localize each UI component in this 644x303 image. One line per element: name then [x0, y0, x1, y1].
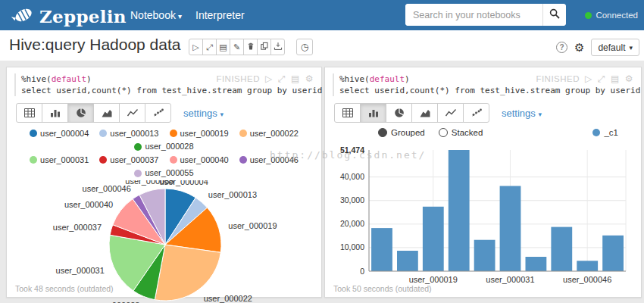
- legend-item[interactable]: user_000055: [134, 167, 193, 180]
- clear-output-button[interactable]: ✎: [230, 39, 244, 55]
- chart-type-button-bar[interactable]: [360, 103, 386, 123]
- run-all-button[interactable]: ▷: [189, 39, 203, 55]
- chart-type-button-area[interactable]: [411, 103, 438, 123]
- code-query-line: select userid,count(*) from test_hive.st…: [339, 85, 633, 96]
- bar-user_000040[interactable]: [551, 227, 572, 271]
- paragraph-status: FINISHED ▷ ⤢ ▤ ⚙: [216, 73, 314, 84]
- status-text: FINISHED: [536, 74, 580, 83]
- paragraph-gear-icon[interactable]: ⚙: [305, 73, 314, 84]
- bar-user_000019[interactable]: [423, 207, 444, 271]
- legend-item[interactable]: user_000022: [239, 127, 299, 140]
- chart-type-button-pie[interactable]: [386, 103, 412, 123]
- run-paragraph-icon[interactable]: ▷: [265, 73, 273, 84]
- hide-code-button[interactable]: ⤢: [202, 39, 217, 55]
- chart-type-button-pie[interactable]: [67, 103, 94, 123]
- chevron-down-icon: ▾: [220, 111, 224, 118]
- note-header-right: ? ⚙ default▾: [556, 39, 639, 56]
- table-chart-icon: [23, 108, 36, 118]
- x-tick-label: user_000031: [486, 275, 534, 284]
- y-tick-label: 20,000: [340, 219, 364, 228]
- run-all-icon: ▷: [192, 42, 199, 52]
- bar-user_000037[interactable]: [526, 257, 547, 271]
- navbar: Zeppelin Notebook▾ Interpreter Connected: [0, 0, 644, 30]
- legend-item[interactable]: user_000019: [170, 127, 229, 140]
- note-header: Hive:query Hadoop data ▷ ⤢ ▤ ✎ ◷ ? ⚙ def…: [0, 30, 644, 61]
- series-legend[interactable]: _c1: [592, 128, 618, 137]
- bar-chart: 010,00020,00030,00040,00051,474user_0000…: [333, 141, 633, 289]
- copy-icon: [260, 42, 269, 52]
- pie-label: user_000022: [204, 294, 252, 303]
- export-note-button[interactable]: [270, 39, 285, 55]
- legend-dot-icon: [239, 156, 247, 164]
- bar-user_000013[interactable]: [397, 251, 418, 271]
- chart-type-button-scatter[interactable]: [145, 103, 171, 123]
- pie-legend: user_000004user_000013user_000019user_00…: [7, 127, 321, 180]
- status-text: FINISHED: [216, 74, 260, 83]
- note-title[interactable]: Hive:query Hadoop data: [9, 36, 180, 54]
- scatter-chart-icon: [470, 108, 483, 118]
- grouped-radio[interactable]: Grouped: [378, 128, 425, 137]
- chart-toolbar: settings ▾: [334, 103, 641, 123]
- bar-user_000028[interactable]: [474, 240, 496, 271]
- toggle-editor-icon[interactable]: ▤: [291, 73, 300, 84]
- legend-item[interactable]: user_000040: [170, 154, 229, 167]
- hide-code-icon: ⤢: [206, 42, 213, 52]
- pie-chart-icon: [393, 108, 405, 118]
- paragraph-pie: FINISHED ▷ ⤢ ▤ ⚙ %hive(default) select u…: [6, 67, 322, 298]
- chart-type-button-line[interactable]: [437, 103, 464, 123]
- chart-type-button-area[interactable]: [93, 103, 120, 123]
- hide-output-icon: ▤: [219, 42, 227, 52]
- search-button[interactable]: [542, 4, 566, 26]
- pie-label: user_000013: [208, 190, 257, 199]
- chart-type-button-table[interactable]: [334, 103, 361, 123]
- settings-link[interactable]: settings ▾: [502, 108, 542, 119]
- paragraph-gear-icon[interactable]: ⚙: [625, 73, 633, 84]
- scheduler-button[interactable]: ◷: [296, 39, 313, 55]
- legend-item[interactable]: user_000046: [239, 154, 299, 167]
- legend-item[interactable]: user_000028: [134, 140, 193, 153]
- bar-user_000022[interactable]: [449, 150, 470, 271]
- bar-user_000031[interactable]: [500, 186, 521, 272]
- x-tick-label: user_000019: [409, 275, 458, 284]
- note-config-gear-icon[interactable]: ⚙: [574, 42, 584, 53]
- settings-link[interactable]: settings ▾: [183, 108, 224, 119]
- delete-note-button[interactable]: [243, 39, 258, 55]
- pie-label: user_000040: [64, 200, 113, 209]
- bar-user_000055[interactable]: [602, 236, 624, 271]
- toggle-editor-icon[interactable]: ▤: [611, 73, 620, 84]
- pie-label: user_000055: [125, 180, 174, 186]
- legend-item[interactable]: user_000004: [30, 127, 89, 140]
- legend-dot-icon: [170, 156, 177, 164]
- legend-item[interactable]: user_000031: [30, 154, 89, 167]
- line-chart-icon: [445, 108, 457, 118]
- run-paragraph-icon[interactable]: ▷: [585, 73, 592, 84]
- hide-output-button[interactable]: ▤: [216, 39, 230, 55]
- stacked-radio[interactable]: Stacked: [439, 128, 483, 137]
- interpreter-binding-button[interactable]: default▾: [591, 39, 639, 56]
- area-chart-icon: [419, 108, 431, 118]
- bar-chart-icon: [367, 108, 380, 118]
- legend-item[interactable]: user_000037: [99, 154, 158, 167]
- chart-type-button-scatter[interactable]: [463, 103, 489, 123]
- clone-note-button[interactable]: [257, 39, 271, 55]
- brand-name: Zeppelin: [39, 6, 127, 27]
- radio-unselected-icon: [439, 128, 448, 137]
- nav-notebook[interactable]: Notebook▾: [130, 9, 182, 21]
- bar-chart-icon: [49, 108, 61, 118]
- download-icon: [274, 42, 283, 52]
- help-icon[interactable]: ?: [556, 42, 567, 53]
- nav-interpreter[interactable]: Interpreter: [195, 9, 245, 21]
- brand[interactable]: Zeppelin: [11, 3, 127, 29]
- chart-type-button-bar[interactable]: [42, 103, 68, 123]
- bar-user_000004[interactable]: [371, 228, 392, 271]
- chart-type-button-line[interactable]: [119, 103, 145, 123]
- bar-user_000046[interactable]: [577, 261, 598, 271]
- paragraph-footer: Took 50 seconds (outdated): [333, 284, 432, 293]
- chart-type-button-table[interactable]: [16, 103, 42, 123]
- expand-paragraph-icon[interactable]: ⤢: [278, 73, 286, 84]
- notebook-search: [405, 4, 566, 26]
- search-input[interactable]: [405, 4, 542, 26]
- legend-item[interactable]: user_000013: [99, 127, 158, 140]
- pie-slice-user_000022[interactable]: [155, 245, 220, 301]
- expand-paragraph-icon[interactable]: ⤢: [598, 73, 605, 84]
